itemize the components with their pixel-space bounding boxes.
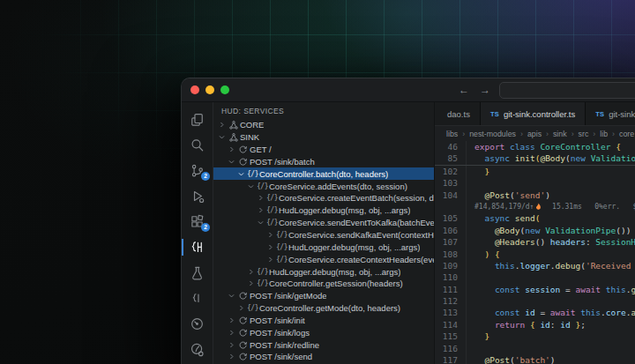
tree-item[interactable]: GET /	[213, 144, 434, 156]
tab-label: git-sink.controller.ts	[504, 109, 575, 119]
close-window-button[interactable]	[190, 85, 199, 94]
tree-item[interactable]: POST /sink/logs	[213, 326, 434, 338]
chevron-right-icon[interactable]	[236, 304, 246, 312]
chevron-right-icon[interactable]	[265, 243, 275, 251]
chevron-right-icon[interactable]	[246, 279, 256, 287]
route-icon	[236, 157, 250, 167]
tree-item[interactable]: {/}CoreController.getSession(headers)	[213, 278, 434, 290]
code-text: @Headers() headers: SessionHeaders,	[466, 236, 635, 248]
tree-item[interactable]: POST /sink/send	[213, 351, 434, 363]
activity-item-extensions[interactable]: 2	[182, 209, 213, 234]
method-icon: {/}	[275, 256, 288, 264]
chevron-right-icon[interactable]	[265, 256, 275, 264]
tree-item[interactable]: {/}CoreService.createEventBatch(session,…	[213, 192, 434, 204]
minimize-window-button[interactable]	[205, 85, 214, 94]
tree-item[interactable]: {/}HudLogger.debug(msg, obj, ...args)	[213, 265, 434, 278]
activity-item-explorer[interactable]	[182, 107, 213, 132]
code-area[interactable]: 102 }103104 @Post('send')#14,854,179/d↑ …	[435, 166, 635, 364]
editor-window: ← → 22 HUD: SERVICES CORESINKGET /POST /…	[181, 78, 635, 364]
editor-tab[interactable]: TSgit-sink.dto.	[586, 102, 635, 125]
chevron-down-icon[interactable]	[246, 182, 256, 190]
tree-item[interactable]: POST /sink/getMode	[213, 290, 434, 302]
breadcrumb-item[interactable]: lib	[600, 130, 608, 138]
activity-item-timeline[interactable]	[182, 311, 213, 337]
code-text	[466, 271, 635, 283]
tree-item-label: CoreService.addEvents(dto, session)	[269, 182, 407, 191]
tree-item[interactable]: {/}HudLogger.debug(msg, obj, ...args)	[213, 204, 434, 217]
tree-item-label: CoreService.sendKafkaEvent(contextHeader…	[288, 230, 434, 240]
activity-item-profiler[interactable]	[182, 337, 213, 362]
breadcrumb-separator: ›	[546, 130, 549, 138]
method-icon: {/}	[275, 231, 288, 239]
chevron-right-icon[interactable]	[227, 353, 236, 360]
tab-label: git-sink.dto.	[609, 109, 635, 119]
tree-item[interactable]: {/}CoreService.createContextHeaders(even…	[213, 253, 434, 265]
breadcrumb-item[interactable]: apis	[527, 130, 542, 138]
desktop-background: ← → 22 HUD: SERVICES CORESINKGET /POST /…	[0, 0, 635, 364]
activity-item-testing[interactable]	[182, 260, 213, 286]
sticky-scroll: 46export class CoreController {85 async …	[435, 141, 635, 166]
chevron-right-icon[interactable]	[227, 329, 236, 337]
chevron-right-icon[interactable]	[256, 194, 265, 202]
group-icon	[227, 120, 240, 130]
code-line: 109 this.logger.debug('Received send req	[435, 260, 635, 271]
line-number: 105	[435, 212, 466, 224]
chevron-right-icon[interactable]	[227, 316, 236, 324]
chevron-right-icon[interactable]	[227, 341, 236, 349]
chevron-right-icon[interactable]	[246, 268, 256, 276]
chevron-right-icon[interactable]	[217, 121, 227, 129]
tree-item-label: CoreController.batch(dto, headers)	[259, 169, 388, 179]
back-arrow-icon[interactable]: ←	[459, 85, 469, 95]
breadcrumb-item[interactable]: core	[619, 130, 634, 138]
chevron-down-icon[interactable]	[256, 219, 265, 227]
chevron-down-icon[interactable]	[227, 292, 236, 300]
tree-item[interactable]: POST /sink/init	[213, 315, 434, 327]
code-text	[466, 177, 635, 189]
tree-item[interactable]: POST /sink/batch	[213, 156, 434, 168]
activity-item-hud-services[interactable]	[182, 234, 213, 260]
chevron-down-icon[interactable]	[236, 170, 246, 178]
tree-item[interactable]: {/}CoreService.sendKafkaEvent(contextHea…	[213, 229, 434, 241]
activity-item-hud-tools[interactable]	[182, 286, 213, 311]
tree-item[interactable]: {/}CoreController.batch(dto, headers)	[213, 167, 434, 180]
editor-tab[interactable]: dao.ts	[435, 102, 481, 125]
history-nav: ← →	[459, 85, 490, 95]
code-text: }	[466, 166, 635, 177]
line-number: 109	[435, 260, 466, 271]
code-line: 85 async init(@Body(new ValidationPipe()…	[435, 152, 635, 164]
tree-item[interactable]: SINK	[213, 131, 434, 144]
tree-item[interactable]: CORE	[213, 119, 434, 131]
tab-label: dao.ts	[447, 109, 470, 119]
zoom-window-button[interactable]	[220, 85, 229, 94]
code-text	[466, 343, 635, 354]
chevron-down-icon[interactable]	[227, 158, 236, 166]
method-icon: {/}	[265, 219, 279, 227]
tree-item[interactable]: {/}CoreService.addEvents(dto, session)	[213, 180, 434, 192]
code-line: 117 @Post('batch')	[435, 354, 635, 364]
code-lens-line[interactable]: #14,854,179/d↑ 15.31ms 0%err. $0/y	[435, 201, 635, 212]
tree-item[interactable]: POST /sink/redline	[213, 338, 434, 351]
chevron-right-icon[interactable]	[265, 231, 275, 239]
tree-item[interactable]: {/}CoreService.sendEventToKafka(batchEve…	[213, 217, 434, 229]
chevron-down-icon[interactable]	[217, 133, 227, 141]
chevron-right-icon[interactable]	[227, 145, 236, 153]
breadcrumb-item[interactable]: nest-modules	[469, 130, 516, 138]
breadcrumb-item[interactable]: src	[579, 130, 589, 138]
tree-item-label: CORE	[240, 120, 264, 130]
tree-item-label: POST /sink/init	[250, 316, 305, 325]
command-center-search[interactable]	[499, 82, 635, 99]
activity-item-source-control[interactable]: 2	[182, 158, 213, 183]
activity-item-run-debug[interactable]	[182, 183, 213, 209]
breadcrumb-separator: ›	[520, 130, 523, 138]
tree-item[interactable]: {/}HudLogger.debug(msg, obj, ...args)	[213, 241, 434, 253]
breadcrumb-item[interactable]: libs	[446, 130, 458, 138]
chevron-right-icon[interactable]	[256, 206, 265, 214]
activity-item-search[interactable]	[182, 132, 213, 158]
tree-item[interactable]: {/}CoreController.getMode(dto, headers)	[213, 302, 434, 315]
breadcrumb-item[interactable]: sink	[553, 130, 567, 138]
forward-arrow-icon[interactable]: →	[480, 85, 490, 95]
editor-tab[interactable]: TSgit-sink.controller.ts	[481, 102, 586, 125]
tree-item-label: GET /	[250, 145, 272, 154]
profiler-icon	[190, 342, 205, 357]
flame-icon	[534, 203, 543, 211]
